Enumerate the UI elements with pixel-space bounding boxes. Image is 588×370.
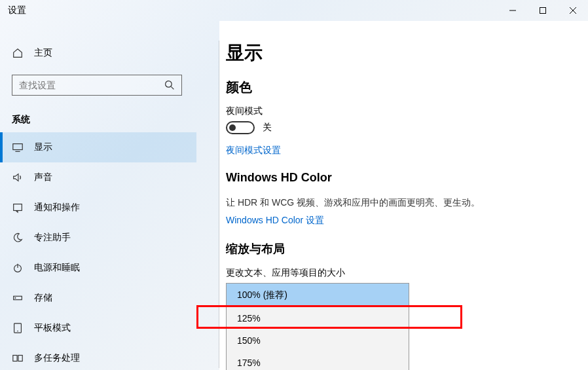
svg-point-4 <box>166 81 172 88</box>
home-label: 主页 <box>34 47 52 59</box>
sidebar-item-tablet-mode[interactable]: 平板模式 <box>0 313 196 343</box>
svg-rect-6 <box>13 144 22 150</box>
section-title: 系统 <box>0 107 196 132</box>
nav-label: 声音 <box>34 172 52 183</box>
window-controls <box>498 0 588 21</box>
moon-icon <box>12 232 24 244</box>
scale-option-125[interactable]: 125% <box>227 307 409 329</box>
storage-icon <box>12 292 24 304</box>
sidebar-item-focus-assist[interactable]: 专注助手 <box>0 223 196 253</box>
page-title: 显示 <box>226 41 588 65</box>
scale-option-150[interactable]: 150% <box>227 329 409 352</box>
night-mode-label: 夜间模式 <box>226 105 588 117</box>
scale-option-175[interactable]: 175% <box>227 352 409 370</box>
home-icon <box>12 47 24 59</box>
sidebar-item-power-sleep[interactable]: 电源和睡眠 <box>0 253 196 283</box>
power-icon <box>12 262 24 274</box>
home-nav[interactable]: 主页 <box>0 41 196 65</box>
minimize-icon <box>509 7 516 14</box>
sidebar-item-notifications[interactable]: 通知和操作 <box>0 193 196 223</box>
nav-label: 通知和操作 <box>34 202 80 213</box>
scale-layout-heading: 缩放与布局 <box>226 241 588 257</box>
notifications-icon <box>12 202 24 213</box>
svg-point-12 <box>15 298 16 299</box>
svg-line-5 <box>171 86 174 89</box>
nav-label: 平板模式 <box>34 322 71 334</box>
display-icon <box>12 141 24 153</box>
close-icon <box>570 7 576 14</box>
sidebar-item-sound[interactable]: 声音 <box>0 162 196 193</box>
night-mode-toggle[interactable] <box>226 121 255 134</box>
sidebar-item-storage[interactable]: 存储 <box>0 283 196 313</box>
sound-icon <box>12 172 24 183</box>
multitask-icon <box>12 352 24 364</box>
nav-label: 专注助手 <box>34 232 71 244</box>
hd-color-heading: Windows HD Color <box>226 171 588 185</box>
minimize-button[interactable] <box>498 0 528 21</box>
nav-label: 电源和睡眠 <box>34 262 80 274</box>
color-heading: 颜色 <box>226 79 588 96</box>
nav-label: 显示 <box>34 141 52 153</box>
search-icon <box>164 80 175 90</box>
svg-rect-16 <box>18 356 22 361</box>
close-button[interactable] <box>558 0 588 21</box>
main-content: 显示 颜色 夜间模式 关 夜间模式设置 Windows HD Color 让 H… <box>219 21 588 370</box>
maximize-button[interactable] <box>528 0 558 21</box>
scale-dropdown[interactable]: 100% (推荐) 125% 150% 175% <box>226 283 409 370</box>
search-box[interactable] <box>12 75 182 96</box>
sidebar: 主页 系统 显示 声音 通知和操作 专注助手 电源和睡眠 存储 <box>0 21 210 370</box>
svg-rect-8 <box>14 204 22 211</box>
maximize-icon <box>540 7 546 14</box>
svg-rect-15 <box>13 356 17 361</box>
tablet-icon <box>12 322 24 334</box>
toggle-state-label: 关 <box>263 122 272 134</box>
hd-color-settings-link[interactable]: Windows HD Color 设置 <box>226 215 588 227</box>
sidebar-item-display[interactable]: 显示 <box>0 132 196 162</box>
svg-rect-1 <box>540 8 546 14</box>
sidebar-item-multitasking[interactable]: 多任务处理 <box>0 343 196 370</box>
hd-color-description: 让 HDR 和 WCG 视频、游戏和应用中的画面更明亮、更生动。 <box>226 195 588 210</box>
scale-option-100[interactable]: 100% (推荐) <box>227 284 409 307</box>
window-title: 设置 <box>8 5 26 16</box>
nav-label: 多任务处理 <box>34 352 80 364</box>
night-mode-settings-link[interactable]: 夜间模式设置 <box>226 145 588 157</box>
nav-label: 存储 <box>34 292 52 304</box>
scale-label: 更改文本、应用等项目的大小 <box>226 267 588 279</box>
search-input[interactable] <box>19 80 164 90</box>
